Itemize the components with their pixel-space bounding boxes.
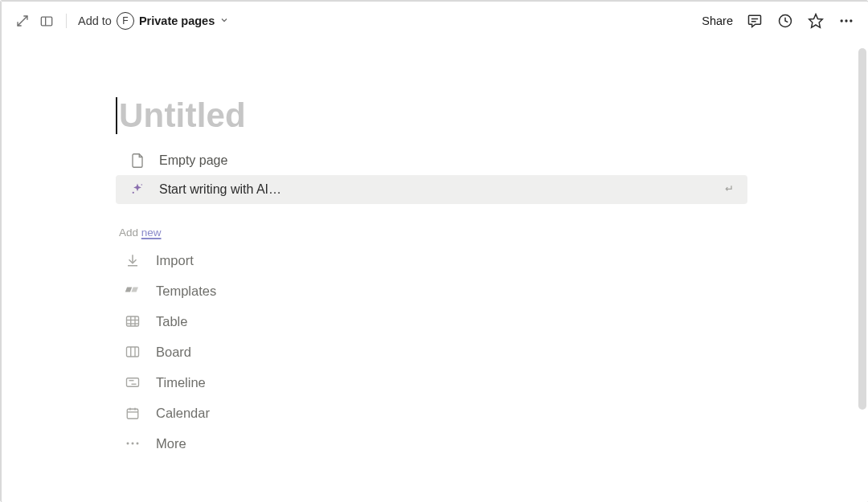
svg-rect-13 — [127, 316, 139, 326]
download-icon — [124, 251, 141, 269]
svg-point-9 — [133, 192, 134, 194]
option-ai-write[interactable]: Start writing with AI… — [116, 175, 747, 204]
title-placeholder: Untitled — [119, 96, 246, 135]
item-timeline[interactable]: Timeline — [116, 367, 747, 398]
more-menu-icon[interactable] — [837, 12, 855, 30]
topbar-left: Add to F Private pages — [14, 12, 229, 30]
svg-point-6 — [841, 19, 843, 22]
svg-rect-21 — [127, 378, 139, 387]
chevron-down-icon — [219, 14, 229, 27]
ellipsis-icon — [124, 435, 141, 452]
item-label: Calendar — [156, 406, 210, 421]
item-label: Timeline — [156, 375, 206, 390]
topbar-right: Share — [702, 12, 855, 30]
clock-icon[interactable] — [776, 12, 794, 30]
text-caret — [116, 97, 117, 134]
option-label: Empty page — [159, 153, 227, 168]
item-label: Import — [156, 253, 194, 268]
svg-rect-0 — [41, 17, 51, 26]
item-label: Templates — [156, 284, 216, 299]
item-label: Board — [156, 345, 191, 360]
return-icon — [722, 182, 735, 198]
share-button[interactable]: Share — [702, 14, 733, 27]
option-label: Start writing with AI… — [159, 182, 281, 197]
item-more[interactable]: More — [116, 428, 747, 459]
item-board[interactable]: Board — [116, 337, 747, 367]
add-to-label: Add to — [78, 14, 112, 27]
add-new-section-label: Add new — [119, 227, 747, 239]
add-new-list: Import Templates Table Board Timeline — [116, 245, 747, 459]
scrollbar-thumb[interactable] — [858, 48, 866, 410]
page-icon — [129, 152, 146, 169]
item-import[interactable]: Import — [116, 245, 747, 275]
panel-icon[interactable] — [39, 13, 55, 29]
svg-rect-24 — [127, 409, 138, 418]
sparkle-icon — [129, 181, 146, 198]
expand-arrows-icon[interactable] — [14, 13, 31, 29]
add-to-breadcrumb[interactable]: Add to F Private pages — [78, 12, 229, 30]
svg-marker-5 — [809, 14, 823, 28]
item-label: More — [156, 436, 186, 451]
page-body: Untitled Empty page Start writing with A… — [2, 40, 747, 459]
timeline-icon — [124, 373, 141, 391]
primary-options: Empty page Start writing with AI… — [116, 146, 747, 204]
templates-icon — [124, 282, 141, 300]
comments-icon[interactable] — [746, 12, 764, 30]
svg-rect-18 — [127, 347, 139, 357]
location-label: Private pages — [139, 14, 215, 27]
calendar-icon — [124, 404, 141, 422]
table-icon — [124, 312, 141, 330]
add-label: Add — [119, 227, 141, 239]
svg-point-29 — [132, 443, 134, 445]
svg-point-7 — [845, 19, 847, 22]
item-calendar[interactable]: Calendar — [116, 398, 747, 428]
item-table[interactable]: Table — [116, 306, 747, 337]
item-templates[interactable]: Templates — [116, 275, 747, 306]
svg-point-10 — [141, 184, 143, 186]
svg-point-8 — [850, 19, 852, 22]
topbar: Add to F Private pages Share — [2, 2, 868, 40]
svg-point-30 — [137, 443, 139, 445]
topbar-divider — [66, 14, 67, 28]
item-label: Table — [156, 314, 187, 329]
option-empty-page[interactable]: Empty page — [116, 146, 747, 175]
avatar-letter-badge: F — [117, 12, 134, 30]
board-icon — [124, 343, 141, 361]
new-label: new — [141, 227, 162, 239]
star-icon[interactable] — [807, 12, 825, 30]
title-input[interactable]: Untitled — [116, 96, 747, 135]
svg-point-28 — [127, 443, 129, 445]
